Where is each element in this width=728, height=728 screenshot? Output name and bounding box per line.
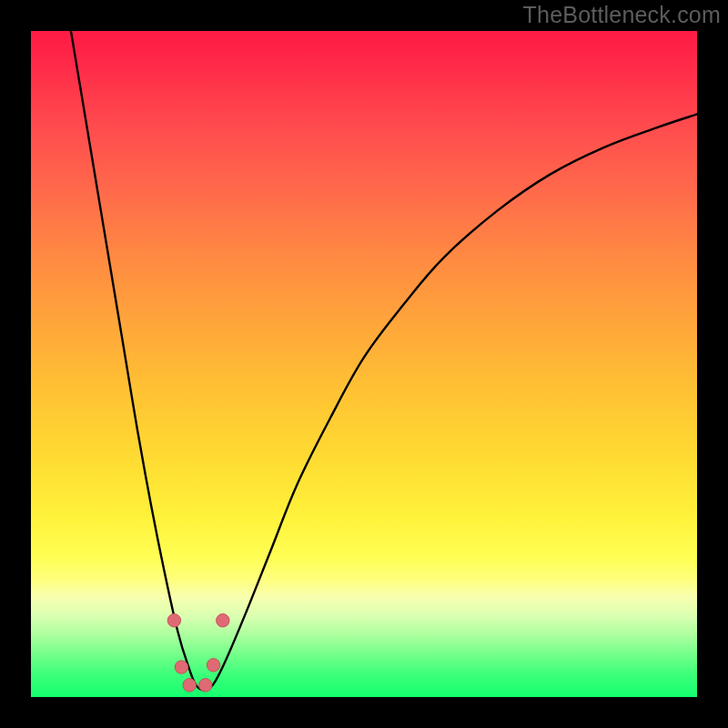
plot-area: [31, 31, 697, 697]
watermark-text: TheBottleneck.com: [523, 2, 721, 28]
valley-dot: [199, 679, 212, 692]
valley-dot: [167, 614, 180, 627]
valley-dot: [175, 661, 187, 673]
valley-dot: [217, 614, 229, 627]
valley-dot: [183, 679, 196, 692]
valley-dot: [207, 659, 219, 672]
curve-layer: [31, 31, 697, 697]
bottleneck-curve: [71, 31, 697, 690]
valley-dots: [167, 614, 229, 692]
chart-frame: TheBottleneck.com: [0, 0, 728, 728]
